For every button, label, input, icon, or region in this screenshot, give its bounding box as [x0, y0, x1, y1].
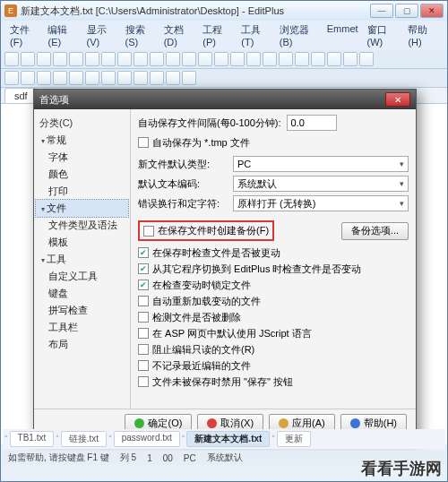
tree-font[interactable]: 字体 [36, 149, 128, 166]
asp-jscript-label: 在 ASP 网页中默认使用 JScript 语言 [152, 327, 312, 340]
toolbar-button[interactable] [4, 71, 19, 85]
dialog-close-button[interactable]: ✕ [385, 92, 410, 107]
close-button[interactable]: ✕ [420, 4, 444, 18]
toolbar-button[interactable] [182, 52, 196, 66]
toolbar-button[interactable] [198, 52, 212, 66]
menu-window[interactable]: 窗口(W) [364, 22, 403, 48]
toolbar-button[interactable] [53, 52, 67, 66]
tree-toolbar[interactable]: 工具栏 [36, 319, 128, 336]
menu-file[interactable]: 文件(F) [6, 22, 42, 48]
toolbar-button[interactable] [117, 52, 132, 66]
toolbar-button[interactable] [166, 52, 180, 66]
category-label: 分类(C) [36, 115, 128, 132]
minimize-button[interactable]: — [370, 4, 393, 18]
tree-templates[interactable]: 模板 [36, 234, 128, 251]
toolbar-button[interactable] [311, 52, 325, 66]
wrap-combo[interactable]: 原样打开 (无转换) [233, 195, 409, 211]
footer-tab[interactable]: TB1.txt [10, 431, 55, 447]
toolbar-button[interactable] [53, 71, 67, 85]
block-readonly-checkbox[interactable] [138, 344, 149, 355]
toolbar-button[interactable] [37, 52, 51, 66]
toolbar-button[interactable] [246, 52, 261, 66]
autosave-input[interactable] [287, 115, 337, 131]
no-recent-label: 不记录最近编辑的文件 [152, 359, 251, 373]
check-lock-checkbox[interactable] [138, 280, 149, 290]
menu-edit[interactable]: 编辑(E) [44, 22, 81, 48]
tree-layout[interactable]: 布局 [36, 336, 128, 353]
default-encoding-combo[interactable]: 系统默认 [233, 176, 409, 192]
toolbar-button[interactable] [69, 52, 83, 66]
watermark: 看看手游网 [361, 458, 442, 479]
toolbar-button[interactable] [21, 52, 35, 66]
maximize-button[interactable]: ▢ [395, 4, 418, 18]
dialog-title: 首选项 [39, 93, 385, 107]
menu-doc[interactable]: 文档(D) [160, 22, 198, 48]
menu-search[interactable]: 搜索(S) [122, 22, 159, 48]
category-tree: 分类(C) 常规 字体 颜色 打印 文件 文件类型及语法 模板 工具 自定义工具… [34, 109, 131, 409]
autosave-tmp-label: 自动保存为 *.tmp 文件 [152, 136, 250, 150]
toolbar-button[interactable] [37, 71, 51, 85]
toolbar-button[interactable] [327, 52, 341, 66]
tree-print[interactable]: 打印 [36, 183, 128, 200]
auto-reload-checkbox[interactable] [138, 296, 149, 306]
toolbar-button[interactable] [134, 71, 148, 85]
auto-reload-label: 自动重新加载变动的文件 [152, 295, 261, 308]
tree-spell[interactable]: 拼写检查 [36, 302, 128, 319]
settings-panel: 自动保存文件间隔(每0-100分钟): 自动保存为 *.tmp 文件 新文件默认… [131, 109, 416, 409]
asp-jscript-checkbox[interactable] [138, 328, 149, 339]
tree-filetypes[interactable]: 文件类型及语法 [36, 217, 128, 234]
tree-keyboard[interactable]: 键盘 [36, 285, 128, 302]
toolbar-button[interactable] [230, 52, 245, 66]
tree-usertools[interactable]: 自定义工具 [36, 268, 128, 285]
toolbar-button[interactable] [4, 52, 19, 66]
backup-checkbox[interactable] [143, 226, 154, 237]
check-switch-label: 从其它程序切换到 EditPlus 时检查文件是否变动 [152, 263, 361, 276]
toolbar-button[interactable] [263, 52, 277, 66]
tree-colors[interactable]: 颜色 [36, 166, 128, 183]
autosave-tmp-checkbox[interactable] [138, 137, 149, 148]
toolbar-button[interactable] [295, 52, 309, 66]
footer-tab-active[interactable]: 新建文本文档.txt [186, 431, 270, 447]
check-modified-checkbox[interactable] [138, 247, 149, 258]
menu-tools[interactable]: 工具(T) [237, 22, 273, 48]
footer-tab[interactable]: password.txt [114, 431, 180, 447]
tree-tools[interactable]: 工具 [36, 251, 128, 268]
toolbar-button[interactable] [150, 52, 164, 66]
footer-tab[interactable]: 链接.txt [61, 431, 107, 447]
toolbar-button[interactable] [101, 52, 116, 66]
toolbar-button[interactable] [101, 71, 116, 85]
no-recent-checkbox[interactable] [138, 360, 149, 371]
menu-help[interactable]: 帮助(H) [404, 22, 442, 48]
backup-options-button[interactable]: 备份选项... [341, 222, 409, 240]
no-files-checkbox[interactable] [138, 376, 149, 387]
menu-view[interactable]: 显示(V) [83, 22, 120, 48]
toolbar-button[interactable] [85, 52, 99, 66]
toolbar-button[interactable] [69, 71, 83, 85]
toolbar-1 [1, 50, 447, 69]
footer-tab[interactable]: 更新 [277, 431, 311, 447]
tree-general[interactable]: 常规 [36, 132, 128, 149]
menu-browser[interactable]: 浏览器(B) [276, 22, 322, 48]
toolbar-button[interactable] [359, 52, 374, 66]
autosave-label: 自动保存文件间隔(每0-100分钟): [138, 116, 281, 130]
toolbar-button[interactable] [214, 52, 228, 66]
toolbar-button[interactable] [85, 71, 99, 85]
newfile-type-combo[interactable]: PC [233, 156, 409, 172]
toolbar-button[interactable] [343, 52, 358, 66]
footer-tabs: ◦ TB1.txt ◦ 链接.txt ◦ password.txt ◦ 新建文本… [3, 429, 445, 449]
detect-deleted-checkbox[interactable] [138, 312, 149, 323]
dialog-titlebar: 首选项 ✕ [34, 90, 416, 109]
menu-emmet[interactable]: Emmet [323, 22, 362, 48]
toolbar-button[interactable] [21, 71, 35, 85]
tree-file[interactable]: 文件 [36, 200, 128, 217]
check-switch-checkbox[interactable] [138, 263, 149, 274]
status-sys: 系统默认 [207, 452, 243, 464]
menubar: 文件(F) 编辑(E) 显示(V) 搜索(S) 文档(D) 工程(P) 工具(T… [1, 21, 447, 50]
menu-project[interactable]: 工程(P) [199, 22, 236, 48]
toolbar-button[interactable] [134, 52, 148, 66]
toolbar-button[interactable] [166, 71, 180, 85]
toolbar-button[interactable] [150, 71, 164, 85]
toolbar-button[interactable] [182, 71, 196, 85]
toolbar-button[interactable] [279, 52, 293, 66]
toolbar-button[interactable] [117, 71, 132, 85]
